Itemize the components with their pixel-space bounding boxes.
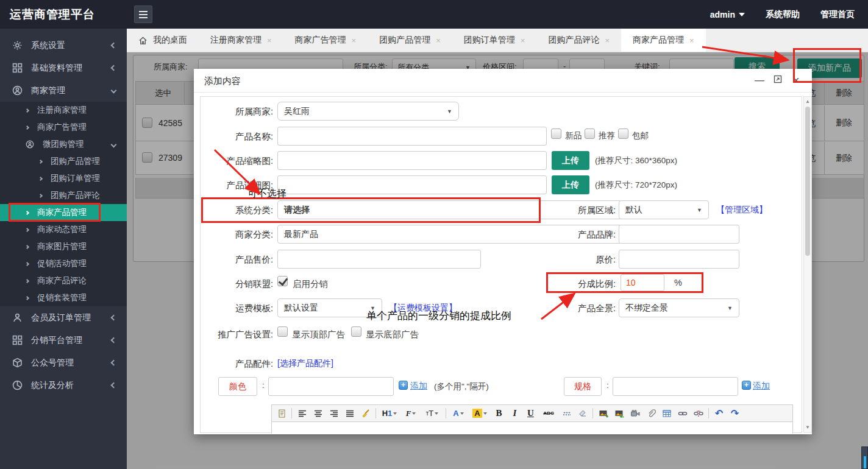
tab-groupbuy-products[interactable]: 团购产品管理×	[368, 29, 452, 52]
close-icon[interactable]: ×	[605, 36, 610, 45]
tab-merchant-ads[interactable]: 商家广告管理×	[283, 29, 368, 52]
font-color-dropdown[interactable]: A	[450, 407, 466, 419]
add-spec-link[interactable]: 添加	[753, 381, 770, 392]
tab-my-desktop[interactable]: 我的桌面	[127, 29, 199, 52]
font-size-dropdown[interactable]: тT	[423, 407, 441, 419]
scrollbar-thumb[interactable]	[805, 107, 810, 256]
color-input[interactable]	[268, 377, 394, 396]
italic-button[interactable]: I	[509, 407, 521, 419]
panorama-select[interactable]: 不绑定全景▼	[619, 298, 739, 317]
maximize-button[interactable]	[772, 75, 784, 87]
plus-icon[interactable]: +	[399, 381, 408, 390]
product-name-input[interactable]	[277, 127, 547, 146]
user-menu[interactable]: admin	[710, 10, 745, 19]
spec-input[interactable]	[613, 377, 738, 396]
add-color-link[interactable]: 添加	[410, 381, 427, 392]
commission-input[interactable]	[621, 274, 664, 291]
app-window: 运营商管理平台 admin 系统帮助 管理首页 系统设置 基础资料管理 商家管理…	[0, 0, 868, 469]
enable-distribution-checkbox[interactable]	[277, 276, 288, 286]
insert-image-icon[interactable]	[597, 407, 609, 419]
sidebar-item-promo-packages[interactable]: 促销套装管理	[0, 289, 127, 306]
sidebar-item-merchant-news[interactable]: 商家动态管理	[0, 221, 127, 238]
attach-file-icon[interactable]	[645, 407, 656, 419]
region-select[interactable]: 默认▼	[619, 200, 709, 219]
detail-image-input[interactable]	[277, 175, 547, 194]
help-link[interactable]: 系统帮助	[766, 9, 800, 20]
minimize-button[interactable]: —	[753, 75, 766, 87]
close-icon[interactable]: ×	[521, 36, 525, 45]
thumbnail-input[interactable]	[277, 151, 547, 170]
page-scrollbar[interactable]	[861, 446, 868, 469]
sidebar-item-groupbuy-reviews[interactable]: 团购产品评论	[0, 187, 127, 204]
select-accessories-link[interactable]: [选择产品配件]	[277, 358, 333, 369]
align-right-icon[interactable]	[328, 407, 340, 419]
scroll-up-icon[interactable]: ▲	[804, 98, 811, 105]
price-input[interactable]	[277, 250, 481, 269]
tab-groupbuy-reviews[interactable]: 团购产品评论×	[536, 29, 621, 52]
sidebar-item-registered-merchants[interactable]: 注册商家管理	[0, 102, 127, 119]
tab-groupbuy-orders[interactable]: 团购订单管理×	[452, 29, 537, 52]
thumbnail-upload-button[interactable]: 上传	[552, 151, 589, 170]
tab-registered-merchants[interactable]: 注册商家管理×	[199, 29, 283, 52]
align-center-icon[interactable]	[312, 407, 324, 419]
insert-video-icon[interactable]	[629, 407, 641, 419]
bold-button[interactable]: B	[493, 407, 505, 419]
source-code-icon[interactable]	[276, 407, 287, 419]
redo-button[interactable]: ↷	[729, 407, 741, 419]
sidebar-item-merchant-management[interactable]: 商家管理	[0, 79, 127, 102]
sidebar-item-merchant-products[interactable]: 商家产品管理	[0, 204, 127, 221]
recommend-checkbox[interactable]	[585, 129, 595, 139]
editor-body[interactable]	[271, 422, 793, 434]
sidebar-item-product-reviews[interactable]: 商家产品评论	[0, 272, 127, 289]
sidebar-item-promotions[interactable]: 促销活动管理	[0, 255, 127, 272]
unlink-icon[interactable]	[692, 407, 704, 419]
font-family-dropdown[interactable]: F	[403, 407, 419, 419]
sidebar-item-groupbuy-products[interactable]: 团购产品管理	[0, 153, 127, 170]
sidebar-item-system-settings[interactable]: 系统设置	[0, 34, 127, 57]
align-left-icon[interactable]	[296, 407, 308, 419]
insert-link-icon[interactable]	[677, 407, 688, 419]
align-justify-icon[interactable]	[344, 407, 355, 419]
scroll-down-icon[interactable]: ▼	[804, 424, 811, 431]
sidebar-item-official-account[interactable]: 公众号管理	[0, 351, 127, 374]
plus-icon[interactable]: +	[742, 381, 751, 390]
insert-table-icon[interactable]	[661, 407, 672, 419]
brand-input[interactable]	[619, 225, 739, 244]
new-product-label: 新品	[565, 130, 582, 141]
heading-dropdown[interactable]: H1	[380, 407, 399, 419]
top-ad-checkbox[interactable]	[277, 326, 288, 337]
undo-button[interactable]: ↶	[713, 407, 725, 419]
sidebar-item-groupbuy-orders[interactable]: 团购订单管理	[0, 170, 127, 187]
colon: :	[607, 381, 609, 390]
sidebar-item-basic-data[interactable]: 基础资料管理	[0, 57, 127, 79]
close-icon[interactable]: ×	[436, 36, 441, 45]
close-icon[interactable]: ×	[689, 36, 694, 45]
close-button[interactable]: ×	[790, 75, 802, 87]
insert-images-icon[interactable]	[613, 407, 625, 419]
page-break-icon[interactable]	[561, 407, 572, 419]
close-icon[interactable]: ×	[352, 36, 357, 45]
underline-button[interactable]: U	[525, 407, 536, 419]
merchant-select[interactable]: 吴红雨▼	[277, 102, 459, 121]
bottom-ad-checkbox[interactable]	[351, 326, 361, 337]
close-icon[interactable]: ×	[267, 36, 272, 45]
sidebar-item-statistics[interactable]: 统计及分析	[0, 374, 127, 397]
highlight-color-dropdown[interactable]: A	[471, 407, 489, 419]
tab-merchant-products[interactable]: 商家产品管理×	[621, 29, 706, 52]
distribution-label: 分销联盟:	[200, 278, 273, 290]
free-shipping-checkbox[interactable]	[618, 129, 628, 139]
new-product-checkbox[interactable]	[551, 129, 561, 139]
manage-region-link[interactable]: 【管理区域】	[716, 205, 767, 216]
menu-toggle-button[interactable]	[134, 5, 152, 23]
eraser-icon[interactable]	[577, 407, 588, 419]
strikethrough-button[interactable]: ABC	[541, 407, 557, 419]
sidebar-item-distribution-platform[interactable]: 分销平台管理	[0, 329, 127, 351]
detail-upload-button[interactable]: 上传	[552, 175, 589, 194]
sidebar-item-merchant-ads[interactable]: 商家广告管理	[0, 119, 127, 136]
sidebar-item-members-orders[interactable]: 会员及订单管理	[0, 306, 127, 329]
sidebar-item-merchant-images[interactable]: 商家图片管理	[0, 238, 127, 255]
format-brush-icon[interactable]	[360, 407, 371, 419]
sidebar-item-micro-groupbuy[interactable]: 微团购管理	[0, 136, 127, 153]
original-price-input[interactable]	[619, 250, 739, 269]
admin-home-link[interactable]: 管理首页	[820, 9, 855, 20]
